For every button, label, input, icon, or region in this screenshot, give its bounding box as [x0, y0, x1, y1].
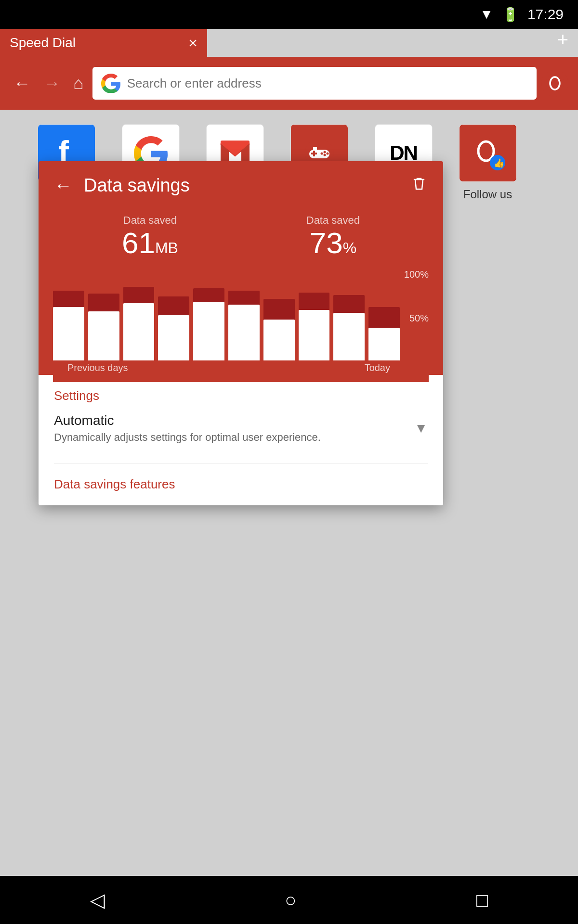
bar-dark-segment	[193, 288, 224, 302]
bar-white-segment	[299, 310, 330, 360]
automatic-label: Automatic	[54, 413, 321, 428]
recent-nav-button[interactable]: □	[476, 889, 488, 911]
settings-section: Settings Automatic Dynamically adjusts s…	[39, 375, 443, 463]
bar-item	[123, 269, 155, 360]
svg-point-11	[323, 154, 326, 156]
stat-mb: Data saved 61MB	[122, 214, 178, 259]
bar-white-segment	[368, 328, 400, 360]
stat-mb-label: Data saved	[122, 214, 178, 227]
home-button[interactable]: ⌂	[69, 69, 88, 97]
bottom-nav-bar: ◁ ○ □	[0, 876, 578, 924]
bar-white-segment	[158, 315, 189, 360]
tab-label[interactable]: Speed Dial	[10, 35, 188, 51]
chart-prev-days-label: Previous days	[67, 362, 128, 373]
chart-label-50: 50%	[409, 313, 429, 324]
stat-mb-value: 61MB	[122, 227, 178, 259]
panel-white-section: Settings Automatic Dynamically adjusts s…	[39, 375, 443, 505]
bar-item	[88, 269, 119, 360]
bar-dark-segment	[368, 307, 400, 328]
browser-toolbar: ← → ⌂	[0, 57, 578, 110]
status-time: 17:29	[527, 6, 564, 23]
new-tab-button[interactable]: +	[557, 29, 568, 51]
svg-point-9	[323, 151, 326, 154]
chart-footer: Previous days Today	[53, 360, 429, 382]
bar-item	[53, 269, 84, 360]
bar-item	[263, 269, 295, 360]
settings-title: Settings	[54, 388, 428, 403]
home-nav-button[interactable]: ○	[285, 889, 296, 911]
stat-pct-value: 73%	[306, 227, 360, 259]
panel-delete-button[interactable]	[410, 175, 428, 196]
bar-item	[193, 269, 224, 360]
bar-dark-segment	[299, 293, 330, 310]
bar-white-segment	[53, 307, 84, 360]
bar-item	[299, 269, 330, 360]
bar-white-segment	[333, 313, 365, 360]
bar-item	[368, 269, 400, 360]
panel-stats: Data saved 61MB Data saved 73%	[39, 209, 443, 259]
svg-point-12	[320, 153, 323, 155]
features-title: Data savings features	[54, 477, 428, 492]
bar-item	[333, 269, 365, 360]
bar-dark-segment	[53, 291, 84, 307]
bar-dark-segment	[263, 299, 295, 320]
wifi-icon: ▼	[480, 7, 493, 22]
back-nav-button[interactable]: ◁	[90, 889, 105, 911]
svg-rect-6	[313, 147, 317, 151]
panel-title: Data savings	[84, 175, 399, 196]
bar-white-segment	[123, 303, 155, 360]
bars-chart	[53, 269, 429, 360]
bar-dark-segment	[228, 291, 260, 305]
google-icon	[101, 74, 120, 93]
address-bar[interactable]	[92, 67, 537, 100]
bar-dark-segment	[158, 296, 189, 315]
chart-label-100: 100%	[404, 269, 429, 280]
bar-dark-segment	[123, 287, 155, 303]
opera-logo-icon	[546, 74, 564, 92]
chart-today-label: Today	[365, 362, 414, 373]
status-bar: ▼ 🔋 17:29	[0, 0, 578, 29]
search-input[interactable]	[127, 76, 528, 91]
bar-white-segment	[193, 302, 224, 360]
panel-back-button[interactable]: ←	[54, 175, 72, 196]
chart-area: 100% 50% Previous days Today	[39, 259, 443, 375]
followus-label: Follow us	[463, 188, 512, 201]
dial-item-followus[interactable]: 👍 Follow us	[450, 124, 525, 201]
svg-text:👍: 👍	[494, 158, 505, 168]
panel-header: ← Data savings	[39, 161, 443, 209]
opera-button[interactable]	[541, 70, 568, 97]
bar-white-segment	[263, 320, 295, 360]
stat-pct: Data saved 73%	[306, 214, 360, 259]
tab-bar: Speed Dial ×	[0, 29, 207, 57]
svg-point-10	[326, 153, 328, 155]
automatic-option: Automatic Dynamically adjusts settings f…	[54, 413, 321, 444]
forward-button[interactable]: →	[39, 69, 65, 97]
stat-pct-label: Data saved	[306, 214, 360, 227]
features-section[interactable]: Data savings features	[39, 463, 443, 505]
back-button[interactable]: ←	[10, 69, 35, 97]
bar-item	[228, 269, 260, 360]
data-savings-panel: ← Data savings Data saved 61MB Data save…	[39, 161, 443, 505]
bar-white-segment	[228, 305, 260, 360]
dropdown-arrow-icon[interactable]: ▼	[414, 421, 428, 436]
tab-close-button[interactable]: ×	[188, 34, 197, 52]
bar-dark-segment	[88, 294, 119, 311]
bar-dark-segment	[333, 295, 365, 313]
automatic-desc: Dynamically adjusts settings for optimal…	[54, 431, 321, 444]
followus-icon: 👍	[459, 124, 517, 182]
svg-rect-8	[311, 153, 317, 154]
battery-icon: 🔋	[502, 7, 519, 23]
settings-option[interactable]: Automatic Dynamically adjusts settings f…	[54, 413, 428, 453]
bar-white-segment	[88, 311, 119, 360]
bar-item	[158, 269, 189, 360]
